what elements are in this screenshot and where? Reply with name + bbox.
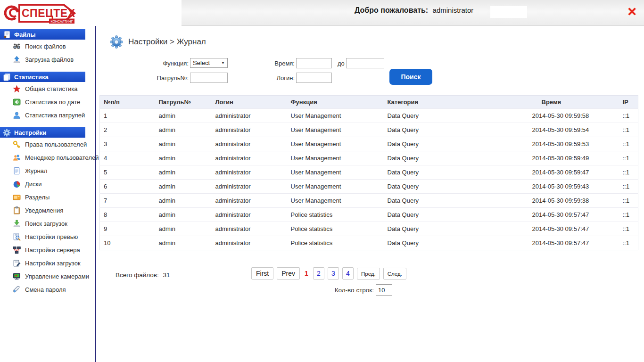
rows-per-page-input[interactable] [376, 284, 392, 296]
sidebar-section-files[interactable]: Файлы [0, 29, 85, 40]
sidebar: ФайлыПоиск файловЗагрузка файловСтатисти… [0, 26, 96, 362]
table-cell: 2014-05-30 09:59:47 [528, 165, 622, 180]
pagination-page-3[interactable]: 3 [328, 267, 339, 280]
pagination-page-current[interactable]: 1 [303, 267, 310, 280]
function-select[interactable]: Select ▼ [190, 58, 228, 68]
table-cell: User Management [287, 137, 384, 151]
edit-doc-icon [13, 259, 21, 267]
person-icon [13, 111, 21, 119]
gear-light-icon [3, 129, 11, 137]
table-header-cell: Время [528, 96, 622, 109]
logo: СПЕЦТЕХ КОНСАЛТИНГ [4, 1, 84, 25]
pagination: FirstPrev1234Пред.След. [251, 267, 406, 280]
search-button[interactable]: Поиск [389, 69, 432, 85]
table-cell: admin [155, 180, 212, 194]
sidebar-section-label: Файлы [14, 31, 36, 38]
sidebar-item-user-rights[interactable]: Права пользователей [0, 138, 95, 151]
sidebar-item-disks[interactable]: Диски [0, 177, 95, 190]
table-cell: administrator [212, 151, 287, 165]
table-header-cell: Функция [287, 96, 384, 109]
sidebar-item-file-search[interactable]: Поиск файлов [0, 40, 95, 53]
table-cell: administrator [212, 180, 287, 194]
sidebar-item-general-stats[interactable]: Общая статистика [0, 82, 95, 95]
table-cell: admin [155, 151, 212, 165]
sidebar-item-label: Управление камерами [25, 273, 89, 280]
sidebar-item-server-settings[interactable]: Настройки сервера [0, 243, 95, 256]
table-cell: Police statistics [287, 236, 384, 250]
sidebar-item-upload-settings[interactable]: Настройки загрузок [0, 256, 95, 270]
welcome-message: Добро пожаловать: administrator [355, 6, 473, 15]
arrow-left-icon [13, 98, 21, 106]
files-icon [3, 31, 11, 39]
sidebar-item-label: Настройки сервера [25, 247, 80, 254]
sidebar-item-label: Настройки превью [25, 233, 78, 240]
table-cell: ::1 [622, 165, 638, 180]
sidebar-item-preview-settings[interactable]: Настройки превью [0, 230, 95, 243]
table-cell: User Management [287, 194, 384, 208]
pagination-prev-button[interactable]: Prev [277, 267, 300, 280]
pagination-first-button[interactable]: First [251, 267, 273, 280]
sidebar-item-file-upload[interactable]: Загрузка файлов [0, 53, 95, 66]
sidebar-item-download-search[interactable]: Поиск загрузок [0, 217, 95, 230]
rows-per-page-label: Кол-во строк: [313, 287, 374, 294]
table-cell: administrator [212, 123, 287, 137]
pagination-next-ru-button[interactable]: След. [383, 268, 406, 280]
close-icon[interactable]: × [627, 4, 636, 19]
table-cell: 3 [100, 137, 155, 151]
sidebar-item-label: Менеджер пользователей [25, 154, 99, 161]
table-cell: User Management [287, 151, 384, 165]
table-header-row: №п/пПатруль№ЛогинФункцияКатегорияВремяIP [100, 96, 638, 109]
log-table: №п/пПатруль№ЛогинФункцияКатегорияВремяIP… [99, 95, 638, 250]
sidebar-section-statistics[interactable]: Статистика [0, 72, 85, 82]
sidebar-item-stats-by-date[interactable]: Статистика по дате [0, 95, 95, 108]
table-cell: admin [155, 222, 212, 236]
pagination-page-2[interactable]: 2 [313, 267, 324, 280]
breadcrumb: Настройки > Журнал [128, 37, 206, 47]
sidebar-section-label: Статистика [14, 74, 49, 81]
sidebar-item-journal[interactable]: Журнал [0, 164, 95, 177]
patrol-number-input[interactable] [190, 73, 228, 83]
time-to-input[interactable] [346, 58, 384, 68]
table-cell: admin [155, 109, 212, 123]
table-cell: 10 [100, 236, 155, 250]
table-cell: ::1 [622, 137, 638, 151]
table-row: 1adminadministratorUser ManagementData Q… [100, 109, 638, 123]
table-cell: Data Query [384, 151, 528, 165]
sidebar-section-label: Настройки [14, 129, 47, 136]
sidebar-item-notifications[interactable]: Уведомления [0, 204, 95, 217]
sidebar-item-change-password[interactable]: Смена пароля [0, 283, 95, 296]
sidebar-item-label: Статистика патрулей [25, 112, 85, 119]
table-header-cell: IP [622, 96, 638, 109]
time-from-input[interactable] [296, 58, 332, 68]
table-cell: User Management [287, 165, 384, 180]
page-header: Настройки > Журнал [110, 35, 206, 49]
sidebar-section-settings[interactable]: Настройки [0, 127, 85, 138]
table-cell: administrator [212, 236, 287, 250]
sidebar-item-label: Поиск загрузок [25, 220, 67, 227]
pagination-page-4[interactable]: 4 [342, 267, 354, 280]
table-cell: 4 [100, 151, 155, 165]
table-cell: 2014-05-30 09:57:47 [528, 236, 622, 250]
table-header-cell: Логин [212, 96, 287, 109]
table-cell: User Management [287, 109, 384, 123]
table-cell: admin [155, 194, 212, 208]
table-row: 7adminadministratorUser ManagementData Q… [100, 194, 638, 208]
pagination-prev-ru-button[interactable]: Пред. [357, 268, 380, 280]
sidebar-item-user-manager[interactable]: Менеджер пользователей [0, 151, 95, 164]
table-cell: admin [155, 123, 212, 137]
chevron-down-icon: ▼ [221, 61, 225, 65]
sidebar-item-sections[interactable]: Разделы [0, 190, 95, 204]
table-cell: 1 [100, 109, 155, 123]
binoculars-icon [13, 42, 21, 50]
sidebar-item-patrol-stats[interactable]: Статистика патрулей [0, 108, 95, 122]
sidebar-item-camera-management[interactable]: Управление камерами [0, 270, 95, 283]
welcome-username: administrator [433, 6, 474, 14]
table-header-cell: №п/п [100, 96, 155, 109]
table-row: 5adminadministratorUser ManagementData Q… [100, 165, 638, 180]
login-input[interactable] [296, 73, 332, 83]
total-files-label: Всего файлов: [116, 272, 159, 279]
table-cell: Police statistics [287, 222, 384, 236]
total-files: Всего файлов: 31 [116, 272, 170, 279]
table-cell: Data Query [384, 194, 528, 208]
logo-subtitle-text: КОНСАЛТИНГ [51, 20, 73, 23]
